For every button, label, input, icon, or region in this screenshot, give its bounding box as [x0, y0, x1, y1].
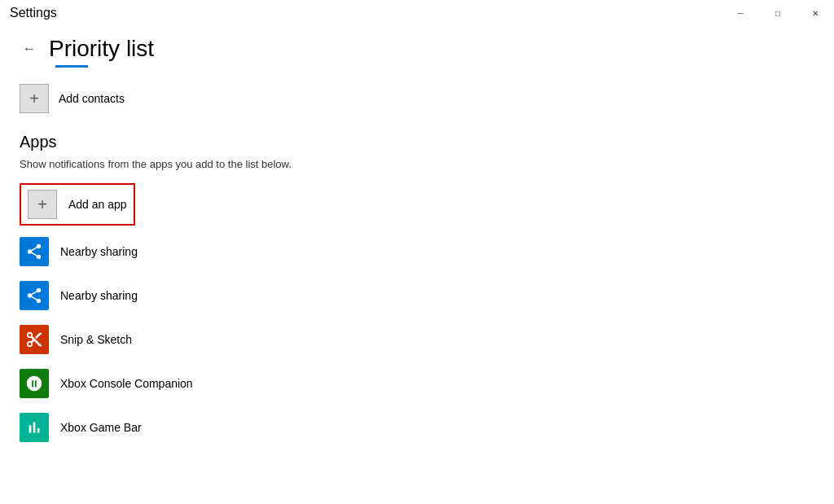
- add-contacts-label: Add contacts: [59, 92, 125, 105]
- main-content: ← Priority list + Add contacts Apps Show…: [0, 26, 834, 504]
- title-bar-controls: ─ □ ✕: [722, 0, 834, 26]
- snip-sketch-icon: [20, 325, 49, 354]
- close-button[interactable]: ✕: [797, 0, 834, 26]
- list-item: Nearby sharing: [20, 278, 814, 313]
- bar-chart-icon: [25, 419, 43, 436]
- back-button[interactable]: ←: [20, 38, 39, 59]
- snip-sketch-label: Snip & Sketch: [60, 333, 132, 346]
- add-app-icon-box: +: [28, 190, 57, 219]
- maximize-button[interactable]: □: [759, 0, 797, 26]
- minimize-button[interactable]: ─: [722, 0, 759, 26]
- xbox-icon: [25, 375, 43, 392]
- nearby-sharing-label-2: Nearby sharing: [60, 289, 138, 302]
- add-app-button[interactable]: + Add an app: [20, 183, 135, 226]
- scissors-icon: [25, 331, 43, 348]
- list-item: Nearby sharing: [20, 234, 814, 270]
- add-contacts-row[interactable]: + Add contacts: [20, 84, 814, 113]
- page-header: ← Priority list: [20, 36, 814, 62]
- share-icon: [25, 243, 43, 261]
- title-bar-left: Settings: [0, 6, 57, 20]
- nearby-sharing-icon-2: [20, 281, 49, 310]
- title-bar-title: Settings: [10, 6, 57, 20]
- list-item: Xbox Game Bar: [20, 410, 814, 445]
- xbox-companion-label: Xbox Console Companion: [60, 377, 193, 390]
- xbox-gamebar-label: Xbox Game Bar: [60, 421, 142, 434]
- xbox-gamebar-icon: [20, 413, 49, 442]
- apps-section: Apps Show notifications from the apps yo…: [20, 133, 814, 445]
- page-title: Priority list: [49, 36, 154, 62]
- add-app-label: Add an app: [68, 198, 127, 211]
- page-title-underline: [55, 65, 88, 68]
- apps-section-description: Show notifications from the apps you add…: [20, 158, 814, 170]
- list-item: Xbox Console Companion: [20, 366, 814, 401]
- title-bar: Settings ─ □ ✕: [0, 0, 834, 26]
- share-icon: [25, 287, 43, 305]
- add-contacts-icon: +: [29, 90, 39, 108]
- nearby-sharing-label-1: Nearby sharing: [60, 245, 138, 258]
- add-app-plus-icon: +: [37, 195, 47, 214]
- nearby-sharing-icon-1: [20, 237, 49, 266]
- apps-section-title: Apps: [20, 133, 814, 151]
- xbox-companion-icon: [20, 369, 49, 398]
- add-contacts-button[interactable]: +: [20, 84, 49, 113]
- list-item: Snip & Sketch: [20, 322, 814, 357]
